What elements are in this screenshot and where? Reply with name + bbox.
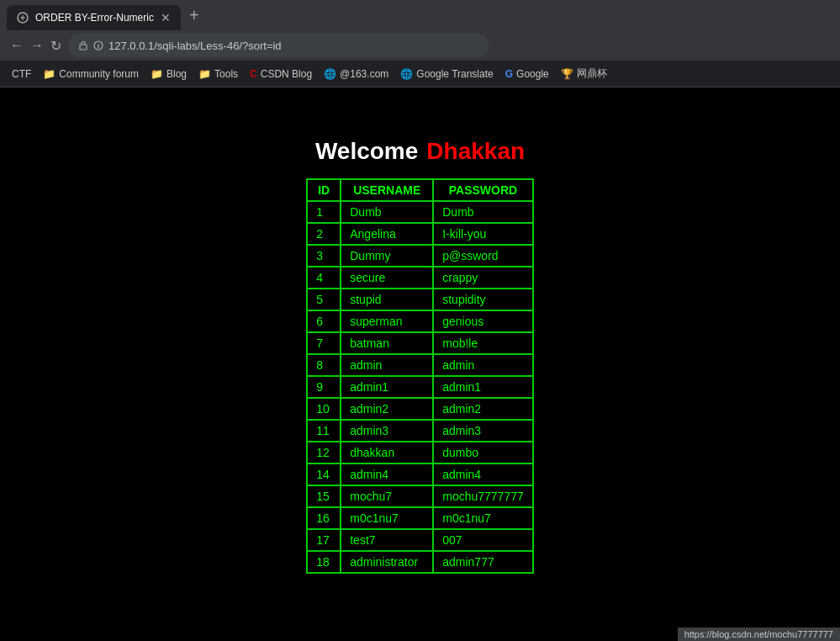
table-cell-r13-c2: mochu7777777 bbox=[433, 485, 533, 507]
table-row: 7batmanmob!le bbox=[307, 332, 533, 354]
address-input-container[interactable]: 127.0.0.1/sqli-labs/Less-46/?sort=id bbox=[68, 34, 489, 57]
folder-icon: 📁 bbox=[43, 68, 55, 80]
lock-icon bbox=[78, 40, 88, 50]
table-row: 1DumbDumb bbox=[307, 201, 533, 223]
bookmark-wangbei[interactable]: 🏆 网鼎杯 bbox=[556, 63, 612, 84]
bookmark-163[interactable]: 🌐 @163.com bbox=[319, 65, 394, 83]
table-row: 11admin3admin3 bbox=[307, 420, 533, 442]
welcome-header: Welcome Dhakkan bbox=[315, 138, 525, 165]
browser-chrome: ORDER BY-Error-Numeric ✕ + ← → ↻ 127.0.0… bbox=[0, 0, 840, 87]
table-cell-r2-c0: 3 bbox=[307, 245, 341, 267]
community-forum-label: Community forum bbox=[59, 68, 139, 80]
table-cell-r0-c0: 1 bbox=[307, 201, 341, 223]
info-icon bbox=[93, 40, 103, 50]
table-cell-r9-c0: 10 bbox=[307, 398, 341, 420]
table-cell-r7-c0: 8 bbox=[307, 354, 341, 376]
bookmark-google[interactable]: G Google bbox=[500, 65, 554, 83]
table-row: 8adminadmin bbox=[307, 354, 533, 376]
table-cell-r16-c2: admin777 bbox=[433, 551, 533, 573]
col-header-id: ID bbox=[307, 179, 341, 201]
table-cell-r3-c1: secure bbox=[341, 267, 433, 289]
globe-163-icon: 🌐 bbox=[324, 68, 336, 80]
wangbei-icon: 🏆 bbox=[561, 68, 573, 80]
table-cell-r11-c2: dumbo bbox=[433, 442, 533, 464]
table-cell-r1-c2: I-kill-you bbox=[433, 223, 533, 245]
data-table: ID USERNAME PASSWORD 1DumbDumb2AngelinaI… bbox=[306, 178, 534, 574]
table-row: 16m0c1nu7m0c1nu7 bbox=[307, 507, 533, 529]
table-cell-r12-c0: 14 bbox=[307, 464, 341, 485]
tools-label: Tools bbox=[214, 68, 238, 80]
ctf-label: CTF bbox=[12, 68, 31, 80]
folder-icon-blog: 📁 bbox=[151, 68, 163, 80]
table-cell-r2-c1: Dummy bbox=[341, 245, 433, 267]
table-cell-r13-c0: 15 bbox=[307, 485, 341, 507]
bookmark-blog[interactable]: 📁 Blog bbox=[145, 65, 192, 83]
table-row: 14admin4admin4 bbox=[307, 464, 533, 485]
table-cell-r8-c2: admin1 bbox=[433, 376, 533, 398]
tab-bar: ORDER BY-Error-Numeric ✕ + bbox=[0, 0, 840, 30]
blog-label: Blog bbox=[166, 68, 187, 80]
user-name: Dhakkan bbox=[426, 138, 525, 165]
table-cell-r11-c0: 12 bbox=[307, 442, 341, 464]
bookmarks-bar: CTF 📁 Community forum 📁 Blog 📁 Tools C C… bbox=[0, 61, 840, 87]
table-cell-r14-c2: m0c1nu7 bbox=[433, 507, 533, 529]
table-cell-r10-c0: 11 bbox=[307, 420, 341, 442]
table-cell-r2-c2: p@ssword bbox=[433, 245, 533, 267]
table-row: 3Dummyp@ssword bbox=[307, 245, 533, 267]
table-cell-r3-c2: crappy bbox=[433, 267, 533, 289]
table-cell-r0-c1: Dumb bbox=[341, 201, 433, 223]
col-header-password: PASSWORD bbox=[433, 179, 533, 201]
tab-favicon bbox=[17, 12, 29, 24]
table-cell-r15-c2: 007 bbox=[433, 529, 533, 551]
welcome-text: Welcome bbox=[315, 138, 418, 165]
table-cell-r12-c2: admin4 bbox=[433, 464, 533, 485]
table-cell-r1-c1: Angelina bbox=[341, 223, 433, 245]
google-icon: G bbox=[505, 68, 513, 80]
bookmark-csdn[interactable]: C CSDN Blog bbox=[245, 65, 317, 83]
google-label: Google bbox=[516, 68, 549, 80]
active-tab[interactable]: ORDER BY-Error-Numeric ✕ bbox=[7, 5, 181, 30]
svg-rect-1 bbox=[80, 45, 87, 50]
reload-button[interactable]: ↻ bbox=[50, 38, 61, 54]
table-cell-r15-c1: test7 bbox=[341, 529, 433, 551]
col-header-username: USERNAME bbox=[341, 179, 433, 201]
table-row: 15mochu7mochu7777777 bbox=[307, 485, 533, 507]
table-cell-r10-c1: admin3 bbox=[341, 420, 433, 442]
table-cell-r5-c0: 6 bbox=[307, 310, 341, 332]
tab-close-button[interactable]: ✕ bbox=[161, 11, 171, 24]
google-translate-label: Google Translate bbox=[416, 68, 493, 80]
table-row: 4securecrappy bbox=[307, 267, 533, 289]
table-cell-r8-c0: 9 bbox=[307, 376, 341, 398]
table-row: 6supermangenious bbox=[307, 310, 533, 332]
url-text: 127.0.0.1/sqli-labs/Less-46/?sort=id bbox=[108, 40, 282, 52]
table-cell-r6-c0: 7 bbox=[307, 332, 341, 354]
table-row: 5stupidstupidity bbox=[307, 289, 533, 310]
new-tab-button[interactable]: + bbox=[184, 6, 204, 25]
table-cell-r9-c2: admin2 bbox=[433, 398, 533, 420]
tab-title: ORDER BY-Error-Numeric bbox=[35, 12, 154, 24]
back-button[interactable]: ← bbox=[10, 38, 24, 53]
bookmark-ctf[interactable]: CTF bbox=[7, 65, 36, 83]
table-cell-r6-c1: batman bbox=[341, 332, 433, 354]
forward-button[interactable]: → bbox=[30, 38, 44, 53]
folder-icon-tools: 📁 bbox=[198, 68, 211, 80]
wangbei-label: 网鼎杯 bbox=[577, 66, 607, 81]
bookmark-tools[interactable]: 📁 Tools bbox=[193, 65, 243, 83]
table-row: 12dhakkandumbo bbox=[307, 442, 533, 464]
table-cell-r14-c0: 16 bbox=[307, 507, 341, 529]
table-cell-r7-c2: admin bbox=[433, 354, 533, 376]
table-row: 2AngelinaI-kill-you bbox=[307, 223, 533, 245]
table-row: 17test7007 bbox=[307, 529, 533, 551]
bookmark-google-translate[interactable]: 🌐 Google Translate bbox=[395, 65, 498, 83]
table-cell-r9-c1: admin2 bbox=[341, 398, 433, 420]
table-cell-r0-c2: Dumb bbox=[433, 201, 533, 223]
table-cell-r11-c1: dhakkan bbox=[341, 442, 433, 464]
table-cell-r4-c2: stupidity bbox=[433, 289, 533, 310]
table-cell-r5-c2: genious bbox=[433, 310, 533, 332]
address-bar: ← → ↻ 127.0.0.1/sqli-labs/Less-46/?sort=… bbox=[0, 30, 840, 61]
table-row: 10admin2admin2 bbox=[307, 398, 533, 420]
table-cell-r8-c1: admin1 bbox=[341, 376, 433, 398]
csdn-icon: C bbox=[250, 68, 257, 80]
bookmark-community-forum[interactable]: 📁 Community forum bbox=[38, 65, 144, 83]
table-cell-r5-c1: superman bbox=[341, 310, 433, 332]
